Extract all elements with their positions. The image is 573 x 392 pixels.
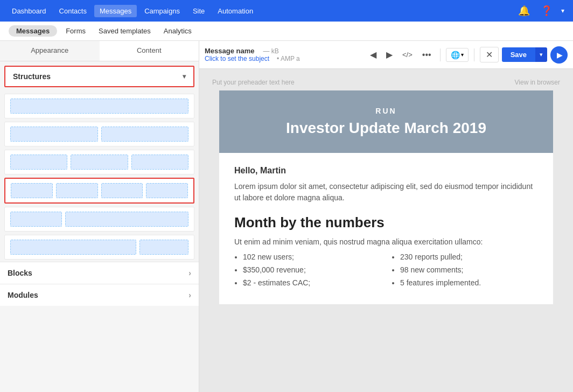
email-col-1: 102 new users; $350,000 revenue; $2 - es… xyxy=(234,253,381,291)
struct-block xyxy=(65,212,188,227)
code-button[interactable]: </> xyxy=(399,48,416,61)
email-col-2: 230 reports pulled; 98 new comments; 5 f… xyxy=(392,253,538,291)
struct-sidebar-right[interactable] xyxy=(4,235,194,260)
sub-nav: Messages Forms Saved templates Analytics xyxy=(0,22,573,41)
message-amp: • AMP a xyxy=(277,55,300,62)
list-item: 102 new users; xyxy=(243,253,381,261)
struct-single[interactable] xyxy=(4,94,194,118)
left-panel: Appearance Content Structures ▾ xyxy=(0,41,199,392)
tab-appearance[interactable]: Appearance xyxy=(0,41,100,61)
email-body: Hello, Martin Lorem ipsum dolor sit amet… xyxy=(219,153,553,304)
struct-block xyxy=(56,183,98,198)
nav-contacts[interactable]: Contacts xyxy=(54,5,92,17)
preview-area[interactable]: Put your preheader text here View in bro… xyxy=(199,69,573,392)
email-section-intro: Ut enim ad minim veniam, quis nostrud ma… xyxy=(234,237,538,246)
structures-header[interactable]: Structures ▾ xyxy=(4,66,194,87)
structures-chevron: ▾ xyxy=(183,73,186,80)
nav-site[interactable]: Site xyxy=(187,5,210,17)
account-dropdown[interactable]: ▾ xyxy=(559,5,567,17)
toolbar-separator-2 xyxy=(474,48,474,61)
email-intro: Lorem ipsum dolor sit amet, consectetur … xyxy=(234,181,538,204)
struct-block xyxy=(10,240,136,255)
struct-block xyxy=(146,183,188,198)
top-nav: Dashboard Contacts Messages Campaigns Si… xyxy=(0,0,573,22)
struct-two-col[interactable] xyxy=(4,122,194,146)
email-container: RUN Investor Update March 2019 Hello, Ma… xyxy=(219,90,553,304)
email-col-1-list: 102 new users; $350,000 revenue; $2 - es… xyxy=(234,253,381,287)
panel-tabs: Appearance Content xyxy=(0,41,199,61)
struct-block xyxy=(131,155,188,170)
email-title: Investor Update March 2019 xyxy=(230,120,542,137)
struct-block xyxy=(101,183,143,198)
email-section-title: Month by the numbers xyxy=(234,214,538,231)
nav-campaigns[interactable]: Campaigns xyxy=(139,5,185,17)
message-subject[interactable]: Click to set the subject xyxy=(205,55,269,62)
nav-dashboard[interactable]: Dashboard xyxy=(6,5,52,17)
redo-button[interactable]: ▶ xyxy=(383,47,396,62)
bell-icon[interactable]: 🔔 xyxy=(514,3,534,19)
list-item: 5 features implemented. xyxy=(400,278,538,287)
help-icon[interactable]: ❓ xyxy=(536,3,557,19)
undo-button[interactable]: ◀ xyxy=(367,47,380,62)
structures-label: Structures xyxy=(13,72,51,81)
struct-block xyxy=(11,183,53,198)
blocks-section[interactable]: Blocks › xyxy=(0,262,199,284)
more-button[interactable]: ••• xyxy=(419,48,435,62)
message-info: Message name — kB Click to set the subje… xyxy=(205,47,364,62)
struct-four-col[interactable] xyxy=(4,178,194,204)
preheader-bar: Put your preheader text here View in bro… xyxy=(210,74,562,90)
preheader-text[interactable]: Put your preheader text here xyxy=(212,79,295,86)
view-in-browser-link[interactable]: View in browser xyxy=(515,79,560,86)
blocks-label: Blocks xyxy=(8,269,32,277)
right-panel: Message name — kB Click to set the subje… xyxy=(199,41,573,392)
globe-icon: 🌐 xyxy=(451,51,460,59)
play-button[interactable]: ▶ xyxy=(550,46,568,64)
save-dropdown-button[interactable]: ▾ xyxy=(535,47,547,62)
struct-three-col[interactable] xyxy=(4,150,194,174)
email-run-label: RUN xyxy=(230,107,542,115)
message-name: Message name xyxy=(205,47,255,55)
subnav-messages[interactable]: Messages xyxy=(9,25,57,37)
modules-chevron: › xyxy=(188,291,191,299)
list-item: $350,000 revenue; xyxy=(243,265,381,274)
struct-sidebar-left[interactable] xyxy=(4,207,194,232)
close-button[interactable]: ✕ xyxy=(480,47,499,62)
structures-list xyxy=(0,92,199,262)
modules-section[interactable]: Modules › xyxy=(0,284,199,306)
nav-messages[interactable]: Messages xyxy=(94,5,137,17)
globe-chevron: ▾ xyxy=(461,52,464,58)
tab-content[interactable]: Content xyxy=(100,41,199,61)
list-item: 98 new comments; xyxy=(400,265,538,274)
struct-block xyxy=(139,240,188,255)
subnav-saved-templates[interactable]: Saved templates xyxy=(94,25,155,37)
save-button-group: Save ▾ xyxy=(502,47,547,62)
struct-block xyxy=(71,155,128,170)
struct-block xyxy=(10,155,67,170)
nav-automation[interactable]: Automation xyxy=(212,5,258,17)
email-col-2-list: 230 reports pulled; 98 new comments; 5 f… xyxy=(392,253,538,287)
struct-block xyxy=(10,212,62,227)
struct-block xyxy=(10,99,188,114)
save-button[interactable]: Save xyxy=(502,47,535,62)
globe-button[interactable]: 🌐 ▾ xyxy=(446,48,469,62)
email-header-banner: RUN Investor Update March 2019 xyxy=(219,90,553,153)
blocks-chevron: › xyxy=(188,269,191,277)
email-greeting: Hello, Martin xyxy=(234,166,538,176)
play-icon: ▶ xyxy=(557,51,563,59)
struct-block xyxy=(10,127,98,142)
toolbar: Message name — kB Click to set the subje… xyxy=(199,41,573,69)
list-item: 230 reports pulled; xyxy=(400,253,538,261)
email-columns: 102 new users; $350,000 revenue; $2 - es… xyxy=(234,253,538,291)
struct-block xyxy=(101,127,189,142)
subnav-forms[interactable]: Forms xyxy=(61,25,90,37)
modules-label: Modules xyxy=(8,291,38,299)
toolbar-separator xyxy=(440,48,441,61)
main-layout: Appearance Content Structures ▾ xyxy=(0,41,573,392)
list-item: $2 - estimates CAC; xyxy=(243,278,381,287)
message-size: — kB xyxy=(263,47,279,55)
subnav-analytics[interactable]: Analytics xyxy=(159,25,196,37)
